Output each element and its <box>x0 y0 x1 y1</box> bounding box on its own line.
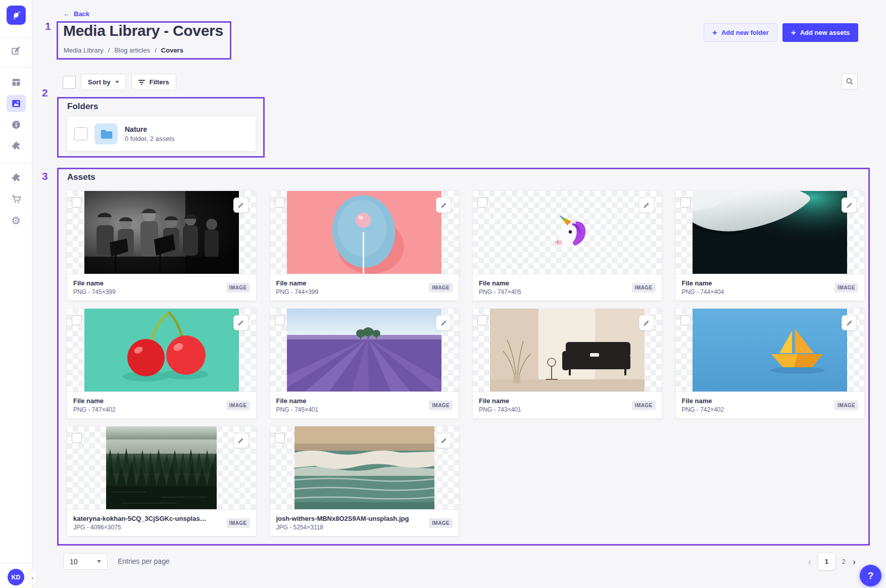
filters-button[interactable]: Filters <box>131 74 176 90</box>
asset-file-meta: PNG - 744×399 <box>276 288 319 296</box>
breadcrumb-blog-articles[interactable]: Blog articles <box>114 46 150 54</box>
sidebar-item-media-library[interactable] <box>7 95 26 112</box>
asset-card[interactable]: File name PNG - 747×402 IMAGE <box>67 309 256 418</box>
asset-checkbox[interactable] <box>275 433 285 443</box>
asset-file-name: File name <box>73 397 116 405</box>
edit-asset-button[interactable] <box>233 315 249 330</box>
back-link[interactable]: ← Back <box>63 10 89 18</box>
sidebar-item-content-type-builder[interactable] <box>7 74 26 91</box>
sidebar-divider <box>0 37 32 38</box>
asset-checkbox[interactable] <box>680 198 691 208</box>
asset-card[interactable]: File name PNG - 744×399 IMAGE <box>270 191 459 301</box>
pencil-icon <box>237 437 244 445</box>
sidebar: ⚙ <box>0 0 32 588</box>
sidebar-item-settings[interactable]: ⚙ <box>7 212 26 229</box>
asset-file-name: File name <box>276 397 319 405</box>
search-button[interactable] <box>842 73 858 89</box>
asset-card[interactable]: File name PNG - 743×401 IMAGE <box>473 309 662 418</box>
info-icon <box>11 120 21 130</box>
page-title: Media Library - Covers <box>63 22 223 39</box>
entries-per-page-select[interactable]: 10 <box>63 553 108 570</box>
asset-card[interactable]: josh-withers-MBNx8O2S9AM-unsplash.jpg JP… <box>270 426 459 536</box>
asset-card[interactable]: File name PNG - 744×404 IMAGE <box>676 191 865 301</box>
add-new-folder-button[interactable]: + Add new folder <box>704 23 777 42</box>
edit-asset-button[interactable] <box>842 315 857 330</box>
asset-checkbox[interactable] <box>477 315 487 325</box>
edit-asset-button[interactable] <box>436 198 451 213</box>
page-1-button[interactable]: 1 <box>818 553 835 570</box>
sidebar-item-content-manager[interactable] <box>7 42 26 59</box>
asset-type-badge: IMAGE <box>226 401 250 410</box>
next-page-button[interactable]: › <box>853 557 856 566</box>
sidebar-divider <box>0 163 32 163</box>
pen-icon <box>11 45 21 56</box>
user-avatar[interactable]: KD <box>8 569 24 585</box>
edit-asset-button[interactable] <box>436 433 451 448</box>
thumbnail-art-forest <box>106 426 217 509</box>
sidebar-item-plugins[interactable] <box>7 137 26 155</box>
edit-asset-button[interactable] <box>842 198 857 213</box>
edit-asset-button[interactable] <box>639 198 654 213</box>
asset-caption: File name PNG - 742×402 IMAGE <box>676 391 865 418</box>
asset-thumbnail <box>270 191 459 274</box>
asset-card[interactable]: File name PNG - 747×405 IMAGE <box>473 191 662 301</box>
asset-caption: File name PNG - 745×401 IMAGE <box>270 391 459 418</box>
select-all-checkbox[interactable] <box>63 76 76 89</box>
cart-icon <box>11 194 21 204</box>
asset-file-name: josh-withers-MBNx8O2S9AM-unsplash.jpg <box>276 515 409 522</box>
asset-file-name: File name <box>682 279 724 287</box>
asset-checkbox[interactable] <box>477 198 487 208</box>
asset-checkbox[interactable] <box>680 315 691 325</box>
folder-checkbox[interactable] <box>74 127 87 140</box>
asset-checkbox[interactable] <box>72 198 82 208</box>
chevron-left-icon: ‹ <box>808 557 811 567</box>
asset-file-name: File name <box>276 279 319 287</box>
thumbnail-art-lollipop <box>287 191 441 274</box>
layout-icon <box>11 77 21 87</box>
asset-file-meta: PNG - 747×405 <box>479 288 521 296</box>
thumbnail-art-cherries <box>84 309 239 391</box>
asset-thumbnail <box>67 426 256 509</box>
asset-caption: josh-withers-MBNx8O2S9AM-unsplash.jpg JP… <box>270 509 459 536</box>
asset-checkbox[interactable] <box>72 315 82 325</box>
asset-card[interactable]: File name PNG - 745×399 IMAGE <box>67 191 256 301</box>
sidebar-collapse-button[interactable]: › <box>28 571 37 584</box>
plus-icon: + <box>712 28 717 37</box>
sidebar-item-purchases[interactable] <box>7 190 26 208</box>
sort-by-button[interactable]: Sort by <box>81 74 126 90</box>
add-new-assets-button[interactable]: + Add new assets <box>782 23 858 42</box>
asset-checkbox[interactable] <box>275 198 285 208</box>
asset-card[interactable]: File name PNG - 745×401 IMAGE <box>270 309 459 418</box>
sidebar-item-marketplace[interactable] <box>7 169 26 186</box>
asset-card[interactable]: kateryna-kokhan-5CQ_3CjSGKc-unsplash.jpg… <box>67 426 256 536</box>
asset-card[interactable]: File name PNG - 742×402 IMAGE <box>676 309 865 418</box>
edit-asset-button[interactable] <box>233 198 249 213</box>
folder-card-nature[interactable]: Nature 0 folder, 2 assets <box>67 117 256 151</box>
back-label: Back <box>74 10 89 18</box>
breadcrumb-media-library[interactable]: Media Library <box>64 46 104 54</box>
sidebar-item-documentation[interactable] <box>7 116 26 133</box>
question-mark-icon: ? <box>868 570 874 581</box>
asset-checkbox[interactable] <box>72 433 82 443</box>
asset-caption: File name PNG - 747×402 IMAGE <box>67 391 256 418</box>
asset-thumbnail <box>473 191 662 274</box>
help-button[interactable]: ? <box>860 565 881 586</box>
main-content: ← Back Media Library - Covers Media Libr… <box>32 0 886 588</box>
asset-checkbox[interactable] <box>275 315 285 325</box>
asset-file-name: File name <box>73 279 116 287</box>
thumbnail-art-paper-boat <box>693 309 847 391</box>
edit-asset-button[interactable] <box>639 315 654 330</box>
asset-file-name: File name <box>682 397 724 405</box>
page-2-button[interactable]: 2 <box>842 558 846 565</box>
asset-file-name: File name <box>479 397 521 405</box>
strapi-logo-icon <box>7 6 26 25</box>
pencil-icon <box>643 202 650 209</box>
folder-name: Nature <box>125 125 174 133</box>
asset-file-meta: JPG - 5254×3118 <box>276 524 409 531</box>
edit-asset-button[interactable] <box>233 433 249 448</box>
chevron-right-icon: › <box>853 557 856 567</box>
filters-label: Filters <box>150 78 169 86</box>
previous-page-button[interactable]: ‹ <box>808 557 811 566</box>
back-arrow-icon: ← <box>63 10 70 18</box>
edit-asset-button[interactable] <box>436 315 451 330</box>
